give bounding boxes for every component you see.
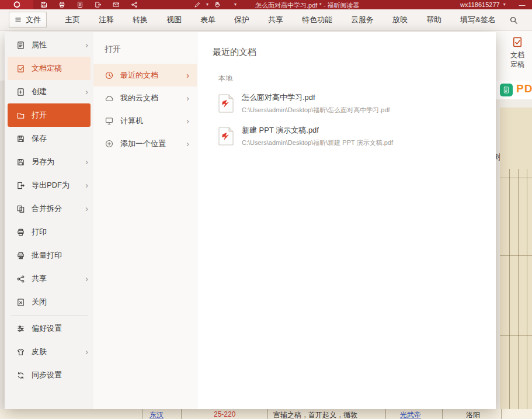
menu-view[interactable]: 视图: [166, 15, 182, 25]
submenu-arrow-icon: ›: [85, 275, 88, 283]
save-icon[interactable]: [40, 1, 47, 8]
open-folder-icon: [16, 111, 25, 120]
recent-documents-title: 最近的文档: [213, 47, 484, 58]
finalize-icon: [16, 64, 25, 73]
share-icon[interactable]: [131, 1, 138, 8]
submenu-arrow-icon: ›: [85, 205, 88, 213]
create-icon: [16, 88, 25, 96]
open-computer[interactable]: 计算机 ›: [93, 109, 197, 132]
menu-present[interactable]: 放映: [392, 15, 408, 25]
menu-convert[interactable]: 转换: [133, 15, 148, 25]
pdf-converter-widget[interactable]: PD: [493, 81, 532, 99]
table-cell-emperor: 光武帝: [400, 410, 421, 419]
menu-features[interactable]: 特色功能: [302, 15, 332, 25]
menu-file-label: 文件: [26, 15, 41, 25]
submenu-arrow-icon: ›: [85, 181, 88, 189]
table-cell-years: 25-220: [214, 410, 235, 418]
menu-cloud[interactable]: 云服务: [351, 15, 374, 25]
batch-print-icon: [16, 251, 25, 260]
page-table-line: [500, 255, 532, 256]
table-cell-capital: 洛阳: [466, 410, 480, 419]
file-menu-share[interactable]: 共享 ›: [5, 267, 93, 290]
submenu-arrow-icon: ›: [186, 94, 189, 102]
file-menu-sync-settings[interactable]: 同步设置 ›: [5, 363, 93, 387]
account-caret-icon: ▾: [503, 2, 506, 7]
open-cloud-documents[interactable]: 我的云文档 ›: [93, 86, 197, 109]
menu-fill-sign[interactable]: 填写&签名: [460, 15, 496, 25]
file-name: 怎么面对高中学习.pdf: [242, 92, 390, 103]
open-recent-documents[interactable]: 最近的文档 ›: [93, 64, 197, 86]
share-icon: [16, 275, 25, 283]
file-menu-create[interactable]: 创建 ›: [5, 80, 93, 103]
menu-protect[interactable]: 保护: [234, 15, 249, 25]
recent-file-row[interactable]: 新建 PPT 演示文稿.pdf C:\Users\admin\Desktop\福…: [213, 120, 484, 153]
table-line: [181, 409, 182, 419]
menu-home[interactable]: 主页: [65, 15, 80, 25]
file-menu-open[interactable]: 打开 ›: [8, 103, 91, 127]
document-icon[interactable]: [77, 1, 84, 8]
table-cell-dynasty: 东汉: [149, 410, 164, 419]
table-line: [267, 409, 268, 419]
table-line: [142, 409, 142, 419]
titlebar: ▾ ▾ 怎么面对高中学习.pdf * - 福昕阅读器 wx118615277 ▾…: [0, 0, 532, 9]
pdf-converter-label: PD: [516, 82, 532, 95]
file-menu-print[interactable]: 打印 ›: [5, 220, 93, 244]
doc-finalize-label-line2: 定稿: [503, 60, 531, 69]
open-add-place[interactable]: 添加一个位置 ›: [93, 132, 197, 155]
pdf-page: [500, 108, 532, 409]
submenu-arrow-icon: ›: [85, 41, 88, 49]
document-area: 对象: [493, 99, 532, 409]
page-table-line: [518, 169, 519, 409]
tool-dropdown-caret-icon[interactable]: ▾: [206, 2, 208, 7]
export-icon[interactable]: [95, 1, 102, 8]
sync-icon: [16, 371, 25, 380]
print-icon[interactable]: [58, 1, 65, 8]
menu-help[interactable]: 帮助: [426, 15, 441, 25]
file-menu-properties[interactable]: 属性 ›: [5, 33, 93, 57]
export-pdf-icon: [16, 181, 25, 190]
submenu-arrow-icon: ›: [186, 140, 189, 148]
file-menu-skin[interactable]: 皮肤 ›: [5, 340, 93, 363]
doc-finalize-toolbar-button[interactable]: 文档 定稿: [503, 36, 531, 69]
document-table-row: 东汉 25-220 宫辅之稿，首丌起义，循敦 光武帝 洛阳: [0, 409, 532, 419]
app-window: 文档 定稿 PD 对象 东汉 25-220 宫辅之稿，首丌起义，: [0, 0, 532, 419]
submenu-arrow-icon: ›: [85, 158, 88, 166]
hand-tool-icon[interactable]: [214, 1, 221, 8]
pdf-file-icon: [218, 94, 234, 113]
file-menu-preferences[interactable]: 偏好设置 ›: [5, 317, 93, 340]
file-menu-sidebar: 属性 › 文档定稿 › 创建 › 打开 › 保存 ›: [5, 32, 93, 409]
file-menu-batch-print[interactable]: 批量打印 ›: [5, 244, 93, 267]
quick-toolbar-caret-icon[interactable]: ▾: [234, 2, 237, 7]
submenu-arrow-icon: ›: [85, 348, 88, 356]
menu-divider: [11, 315, 88, 316]
table-line: [442, 409, 443, 419]
account-name: wx118615277: [460, 1, 500, 8]
file-menu-finalize[interactable]: 文档定稿 ›: [8, 57, 91, 80]
doc-finalize-label-line1: 文档: [503, 50, 531, 60]
skin-icon: [16, 348, 25, 356]
local-section-label: 本地: [218, 74, 484, 84]
menubar: 文件 主页 注释 转换 视图 表单 保护 共享 特色功能 云服务 放映 帮助 填…: [0, 9, 532, 31]
search-icon[interactable]: [509, 16, 518, 25]
menu-form[interactable]: 表单: [200, 15, 215, 25]
file-menu-combine-split[interactable]: 合并拆分 ›: [5, 197, 93, 220]
hamburger-icon: [15, 16, 22, 23]
computer-icon: [105, 116, 114, 126]
mail-icon[interactable]: [113, 1, 120, 8]
file-menu-export-pdf[interactable]: 导出PDF为 ›: [5, 174, 93, 197]
file-menu-save[interactable]: 保存 ›: [5, 127, 93, 150]
file-menu-save-as[interactable]: 另存为 ›: [5, 150, 93, 174]
file-name: 新建 PPT 演示文稿.pdf: [242, 125, 393, 136]
menu-file[interactable]: 文件: [9, 12, 47, 28]
menu-share[interactable]: 共享: [268, 15, 283, 25]
recent-documents-panel: 最近的文档 本地 怎么面对高中学习.pdf C:\Users\admin\Des…: [197, 32, 496, 409]
recent-file-row[interactable]: 怎么面对高中学习.pdf C:\Users\admin\Desktop\福昕\怎…: [213, 87, 484, 120]
menu-comment[interactable]: 注释: [99, 15, 114, 25]
highlight-tool-icon[interactable]: [194, 1, 201, 8]
clock-icon: [105, 71, 114, 80]
minimize-button[interactable]: —: [516, 0, 528, 9]
account-menu[interactable]: wx118615277 ▾: [460, 1, 506, 8]
file-menu-close[interactable]: 关闭 ›: [5, 290, 93, 314]
combine-split-icon: [16, 205, 25, 213]
foxit-logo[interactable]: [0, 0, 33, 9]
